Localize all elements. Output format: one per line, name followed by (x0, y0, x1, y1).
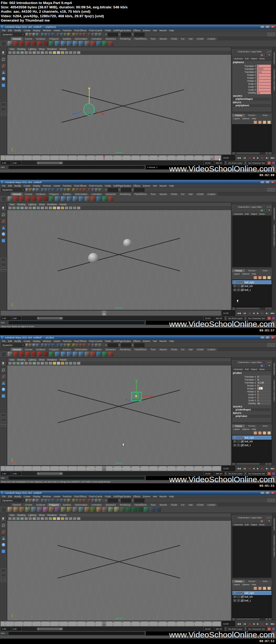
new-layer-assign-icon[interactable] (258, 431, 261, 434)
ipr-render-icon[interactable] (99, 188, 102, 191)
menu-effects[interactable]: Effects (133, 29, 140, 32)
save-scene-icon[interactable] (33, 33, 36, 36)
panel-toolbar-icon[interactable] (65, 362, 68, 365)
layer-menu-layers[interactable]: Layers (233, 428, 240, 430)
panel-toolbar-icon[interactable] (73, 207, 76, 209)
channel-value[interactable]: 0 (257, 74, 271, 76)
shelf-tab-polygons[interactable]: Polygons (47, 37, 61, 40)
history-icon[interactable] (64, 344, 67, 347)
move-tool[interactable] (1, 225, 6, 230)
panel-toolbar-icon[interactable] (45, 51, 48, 54)
menu-window[interactable]: Window (43, 340, 51, 342)
menu-hair[interactable]: Hair (153, 340, 157, 342)
shelf-item-icon[interactable] (49, 196, 54, 201)
menu-set-dropdown[interactable]: Dynamics ▾ (1, 33, 25, 36)
axis-icon[interactable] (261, 520, 263, 522)
open-scene-icon[interactable] (29, 499, 32, 502)
shelf-item-icon[interactable] (25, 352, 30, 357)
panel-toolbar-icon[interactable] (69, 362, 72, 365)
panel-menu-show[interactable]: Show (39, 514, 44, 516)
menu-display[interactable]: Display (33, 184, 40, 187)
menu-set-dropdown[interactable]: Dynamics ▾ (1, 499, 25, 502)
shelf-tab-toon[interactable]: Toon (149, 348, 157, 351)
panel-toolbar-icon[interactable] (41, 51, 44, 54)
viewport-panel[interactable]: ViewShadingLightingShowRendererPanels (7, 47, 231, 155)
shelf-tab-deformation[interactable]: Deformation (73, 193, 89, 196)
panel-menu-shading[interactable]: Shading (17, 514, 25, 516)
shelf-item-icon[interactable] (37, 507, 42, 512)
scroll-right-end-icon[interactable]: ▸ (269, 307, 271, 310)
move-tool[interactable] (1, 536, 6, 541)
chevron-down-icon[interactable]: ▾ (245, 162, 246, 164)
new-scene-icon[interactable] (26, 33, 29, 36)
shelf-item-icon[interactable] (67, 196, 72, 201)
menu-create[interactable]: Create (23, 184, 30, 187)
y-coordinate-input[interactable] (121, 499, 131, 502)
tab-channel-box[interactable]: Channel Box / Layer Editor (273, 68, 275, 93)
shelf-tab-general[interactable]: General (11, 37, 23, 40)
select-component-icon[interactable] (45, 188, 48, 191)
lasso-tool[interactable] (1, 212, 6, 217)
shelf-tab-subdivs[interactable]: Subdivs (61, 503, 73, 506)
animation-start-field[interactable]: 1.00 (1, 627, 11, 631)
menu-muscle[interactable]: Muscle (160, 29, 167, 32)
lock-icon[interactable] (73, 499, 75, 502)
rotate-tool[interactable] (1, 76, 6, 81)
magnet-point-icon[interactable] (88, 33, 91, 36)
panel-menu-shading[interactable]: Shading (17, 358, 25, 361)
shelf-tab-muscle[interactable]: Muscle (158, 193, 169, 196)
current-frame-marker[interactable]: 12 (102, 311, 106, 316)
animation-start-field[interactable]: 1.00 (1, 161, 11, 165)
move-manipulator-center[interactable] (135, 395, 137, 397)
shelf-item-icon[interactable] (67, 507, 72, 512)
layer-row[interactable]: VBall_right (233, 436, 271, 439)
ipr-render-icon[interactable] (99, 33, 102, 36)
range-selection[interactable]: 1 24 (37, 162, 63, 164)
lock-icon[interactable] (73, 344, 75, 347)
layout-shortcut-button[interactable] (1, 263, 6, 266)
shelf-tab-subdivs[interactable]: Subdivs (61, 37, 73, 40)
animation-start-field[interactable]: 1.00 (1, 472, 11, 475)
layer-tab-display[interactable]: Display (232, 269, 245, 272)
show-attribute-editor-button[interactable] (267, 499, 271, 502)
mel-label[interactable]: MEL (1, 321, 7, 324)
layer-list-scrollbar[interactable]: ◂ ▸ ▸ (232, 463, 272, 465)
panel-toolbar-icon[interactable] (12, 362, 16, 365)
menu-fluid-effects[interactable]: Fluid Effects (74, 29, 87, 32)
save-scene-icon[interactable] (33, 499, 36, 502)
shelf-item-icon[interactable] (108, 196, 113, 201)
shelf-tab-custom[interactable]: Custom (206, 193, 217, 196)
panel-toolbar-icon[interactable] (61, 51, 64, 54)
shelf-item-icon[interactable] (67, 352, 72, 357)
snap-grid-icon[interactable] (48, 188, 51, 191)
shelf-tab-rendering[interactable]: Rendering (118, 348, 132, 351)
snap-point-icon[interactable] (57, 188, 60, 191)
shelf-tab-rendering[interactable]: Rendering (118, 193, 132, 196)
y-coordinate-input[interactable] (121, 188, 131, 192)
select-component-icon[interactable] (45, 344, 48, 347)
construction-history-icon[interactable] (92, 344, 95, 347)
layer-menu-help[interactable]: Help (252, 428, 256, 430)
play-backwards-button[interactable]: ◀ (253, 157, 254, 159)
speed-toggle-icon[interactable] (264, 520, 267, 522)
shelf-tab-curves[interactable]: Curves (23, 348, 34, 351)
shelf-tab-fur[interactable]: Fur (179, 193, 187, 196)
panel-toolbar-icon[interactable] (61, 517, 64, 520)
magnet-curve-icon[interactable] (83, 33, 86, 36)
menu-assets[interactable]: Assets (53, 29, 60, 32)
scale-tool[interactable] (1, 393, 6, 399)
channel-value[interactable]: 1 (257, 88, 271, 91)
scale-tool[interactable] (1, 549, 6, 554)
new-layer-assign-icon[interactable] (258, 121, 261, 124)
shelf-tab-hair[interactable]: Hair (187, 37, 195, 40)
chevron-down-icon[interactable]: ▾ (225, 162, 226, 164)
shelf-item-icon[interactable] (108, 507, 113, 512)
shelf-item-icon[interactable] (55, 352, 60, 357)
selected-sphere-object[interactable] (83, 103, 95, 116)
menu-edit[interactable]: Edit (8, 29, 12, 32)
layer-color-swatch[interactable] (241, 592, 244, 594)
shelf-item-icon[interactable] (73, 352, 78, 357)
range-selection[interactable]: 1 24 (37, 472, 63, 475)
menu-solvers[interactable]: Solvers (143, 184, 150, 187)
construction-history-icon[interactable] (92, 499, 95, 502)
